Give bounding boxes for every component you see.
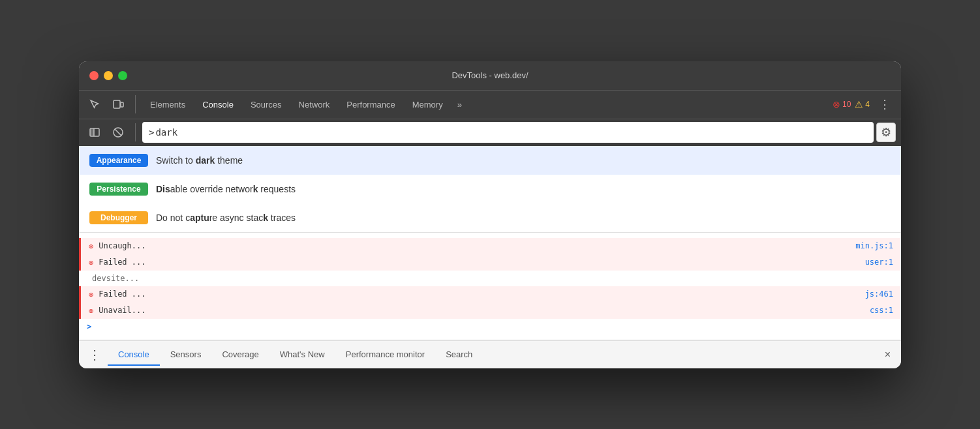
svg-rect-2 (90, 129, 94, 136)
console-line-3: devsite... (79, 271, 901, 286)
maximize-button[interactable] (118, 71, 127, 80)
console-text-5: Unavail... (99, 304, 865, 316)
console-line-1: ⊗ Uncaugh... min.js:1 (79, 238, 901, 254)
device-toolbar-icon[interactable] (108, 94, 129, 115)
error-icon: ⊗ (833, 99, 840, 110)
toolbar-divider-1 (135, 95, 136, 113)
svg-rect-1 (121, 102, 123, 107)
error-icon-2: ⊗ (89, 257, 93, 269)
tab-memory[interactable]: Memory (405, 96, 451, 113)
close-button[interactable] (89, 71, 99, 80)
secondary-toolbar: > ⚙ (79, 119, 901, 146)
console-text-4: Failed ... (99, 288, 859, 300)
console-line-5: ⊗ Unavail... css:1 (79, 303, 901, 319)
titlebar: DevTools - web.dev/ (79, 61, 901, 90)
gear-icon: ⚙ (881, 125, 891, 140)
bottom-tab-whats-new[interactable]: What's New (269, 344, 335, 366)
toolbar-right: ⊗ 10 ⚠ 4 ⋮ (833, 95, 896, 114)
window-title: DevTools - web.dev/ (452, 70, 528, 80)
bottom-tab-console[interactable]: Console (108, 344, 160, 366)
prompt-icon: > (87, 321, 91, 333)
console-text-2: Failed ... (99, 256, 859, 268)
console-link-4[interactable]: js:461 (865, 288, 893, 300)
bottom-tabs-menu-button[interactable]: ⋮ (82, 343, 108, 366)
svg-line-6 (115, 129, 121, 136)
console-line-4: ⊗ Failed ... js:461 (79, 286, 901, 303)
warn-count: 4 (865, 100, 870, 109)
autocomplete-desc-debugger: Do not capture async stack traces (156, 213, 296, 223)
close-bottom-tabs-button[interactable]: × (877, 345, 898, 364)
tab-performance[interactable]: Performance (339, 96, 403, 113)
inspect-icon[interactable] (84, 94, 105, 115)
autocomplete-desc-appearance: Switch to dark theme (156, 155, 243, 166)
command-prefix: > (149, 127, 154, 138)
warn-badge[interactable]: ⚠ 4 (855, 99, 870, 110)
panel-tabs: Elements Console Sources Network Perform… (142, 96, 830, 113)
console-line-2: ⊗ Failed ... user:1 (79, 254, 901, 271)
error-badge[interactable]: ⊗ 10 (833, 99, 851, 110)
minimize-button[interactable] (104, 71, 113, 80)
error-icon-4: ⊗ (89, 289, 93, 301)
warn-icon: ⚠ (855, 99, 863, 110)
error-icon-5: ⊗ (89, 305, 93, 317)
bottom-tab-sensors[interactable]: Sensors (160, 344, 212, 366)
toolbar2-divider (135, 123, 136, 141)
bottom-tab-coverage[interactable]: Coverage (211, 344, 269, 366)
tab-sources[interactable]: Sources (243, 96, 290, 113)
console-sidebar-icon[interactable] (84, 122, 105, 143)
tag-appearance: Appearance (89, 154, 148, 167)
autocomplete-dropdown: Appearance Switch to dark theme Persiste… (79, 146, 901, 233)
settings-button[interactable]: ⚙ (876, 123, 896, 142)
console-prompt-line: > (79, 319, 901, 334)
main-toolbar: Elements Console Sources Network Perform… (79, 90, 901, 119)
tab-console[interactable]: Console (194, 96, 241, 113)
error-count: 10 (842, 100, 851, 109)
devtools-window: DevTools - web.dev/ Elements Console Sou… (79, 61, 901, 368)
bottom-tab-performance-monitor[interactable]: Performance monitor (335, 344, 435, 366)
command-input[interactable] (155, 127, 867, 138)
console-link-2[interactable]: user:1 (865, 256, 893, 268)
kebab-menu-button[interactable]: ⋮ (874, 95, 896, 114)
autocomplete-item-persistence[interactable]: Persistence Disable override network req… (79, 175, 901, 203)
bottom-tabs-bar: ⋮ Console Sensors Coverage What's New Pe… (79, 340, 901, 368)
autocomplete-item-appearance[interactable]: Appearance Switch to dark theme (79, 146, 901, 175)
console-link-5[interactable]: css:1 (870, 304, 893, 316)
autocomplete-item-debugger[interactable]: Debugger Do not capture async stack trac… (79, 203, 901, 232)
bottom-tab-search[interactable]: Search (435, 344, 483, 366)
clear-console-icon[interactable] (108, 122, 129, 143)
tag-persistence: Persistence (89, 183, 148, 196)
more-tabs-button[interactable]: » (452, 96, 467, 113)
console-text-1: Uncaugh... (99, 240, 850, 252)
tab-elements[interactable]: Elements (142, 96, 193, 113)
tag-debugger: Debugger (89, 211, 148, 224)
svg-rect-0 (114, 100, 120, 108)
autocomplete-desc-persistence: Disable override network requests (156, 184, 296, 194)
traffic-lights (89, 71, 127, 80)
error-icon-1: ⊗ (89, 241, 93, 252)
console-text-3: devsite... (92, 273, 893, 284)
console-link-1[interactable]: min.js:1 (855, 240, 893, 252)
tab-network[interactable]: Network (291, 96, 338, 113)
console-output: ⊗ Uncaugh... min.js:1 ⊗ Failed ... user:… (79, 233, 901, 340)
